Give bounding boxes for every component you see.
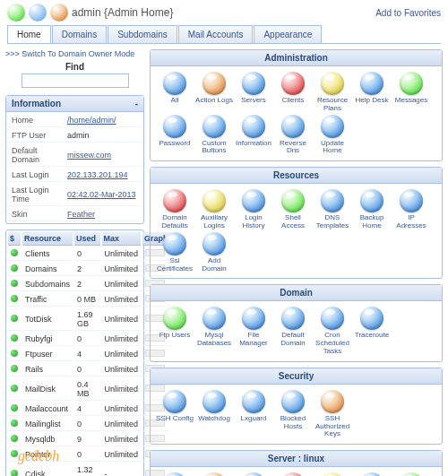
icon-item-reverse-dns[interactable]: Reverse Dns — [274, 115, 312, 156]
info-row: FTP Useradmin — [8, 129, 142, 143]
icon-label: Update Home — [314, 140, 351, 156]
app-icon — [163, 189, 186, 212]
icon-item-ftp-users[interactable]: Ftp Users — [156, 307, 194, 355]
icon-item-file-manager[interactable]: File Manager — [235, 307, 272, 355]
icon-item-ssh-config[interactable]: SSH Config — [156, 390, 194, 438]
icon-item-ssh-authorized-keys[interactable]: SSH Authorized Keys — [314, 390, 351, 438]
tab-domains[interactable]: Domains — [52, 25, 107, 43]
resource-row: Mailinglist0Unlimited — [8, 418, 170, 431]
resource-row: MailDisk0.4 MBUnlimited — [8, 378, 170, 401]
app-icon — [281, 390, 305, 413]
resource-row: Traffic0 MBUnlimited — [8, 293, 170, 307]
info-link[interactable]: /home/admin/ — [67, 116, 116, 125]
info-row: Default Domainmissew.com — [8, 144, 142, 167]
app-icon — [281, 189, 305, 212]
icon-label: Resource Plans — [314, 97, 351, 113]
resource-row: Cdisk1.32 GB- — [8, 463, 170, 476]
app-icon — [202, 390, 226, 413]
info-row: Home/home/admin/ — [8, 114, 142, 127]
icon-item-ip-adresses[interactable]: IP Adresses — [392, 189, 430, 230]
icon-item-action-logs[interactable]: Action Logs — [195, 72, 233, 113]
resource-row: Ftpuser4Unlimited — [8, 348, 170, 361]
icon-item-lxguard[interactable]: Lxguard — [235, 390, 272, 438]
app-icon — [163, 472, 186, 476]
resources-table: $ResourceUsedMaxGraphClients0UnlimitedDo… — [6, 230, 172, 476]
icon-item-shell-access[interactable]: Shell Access — [274, 189, 312, 230]
icon-item-login-history[interactable]: Login History — [235, 189, 272, 230]
info-row: Last Login202.133.201.194 — [8, 169, 142, 182]
icon-item-item[interactable] — [156, 472, 194, 476]
icon-item-item[interactable] — [392, 472, 430, 476]
status-dot — [11, 334, 18, 342]
app-icon — [281, 115, 305, 138]
app-icon — [242, 189, 265, 212]
tab-subdomains[interactable]: Subdomains — [108, 25, 177, 43]
icon-item-information[interactable]: Information — [235, 115, 272, 156]
icon-item-auxiliary-logins[interactable]: Auxiliary Logins — [195, 189, 233, 230]
icon-item-item[interactable] — [274, 472, 312, 476]
app-icon — [242, 115, 265, 138]
info-link[interactable]: 02:42.02-Mar-2013 — [67, 190, 136, 199]
icon-item-clients[interactable]: Clients — [274, 72, 312, 113]
icon-label: Backup Home — [353, 214, 391, 230]
icon-label: Ssl Certificates — [156, 257, 194, 273]
icon-item-custom-buttons[interactable]: Custom Buttons — [195, 115, 233, 156]
icon-label: Add Domain — [195, 257, 233, 273]
icon-item-backup-home[interactable]: Backup Home — [353, 189, 391, 230]
app-icon — [281, 72, 305, 95]
info-link[interactable]: 202.133.201.194 — [67, 170, 128, 179]
status-dot — [11, 280, 18, 287]
tab-mail-accounts[interactable]: Mail Accounts — [178, 25, 254, 43]
icon-item-watchdog[interactable]: Watchdog — [195, 390, 233, 438]
icon-item-resource-plans[interactable]: Resource Plans — [314, 72, 351, 113]
app-icon — [360, 189, 383, 212]
icon-item-traceroute[interactable]: Traceroute — [353, 307, 391, 355]
icon-item-update-home[interactable]: Update Home — [314, 115, 351, 156]
tab-home[interactable]: Home — [7, 25, 51, 43]
icon-item-mysql-databases[interactable]: Mysql Databases — [195, 307, 233, 355]
find-input[interactable] — [22, 74, 129, 88]
icon-item-item[interactable] — [314, 472, 351, 476]
icon-label: Lxguard — [235, 415, 272, 423]
icon-label: Login History — [235, 214, 272, 230]
info-link[interactable]: Feather — [67, 210, 95, 219]
icon-label: Custom Buttons — [195, 140, 233, 156]
status-dot — [11, 365, 18, 372]
icon-item-add-domain[interactable]: Add Domain — [195, 232, 233, 273]
icon-item-item[interactable] — [195, 472, 233, 476]
icon-item-password[interactable]: Password — [156, 115, 194, 156]
app-icon — [360, 472, 383, 476]
icon-item-messages[interactable]: Messages — [392, 72, 430, 113]
icon-label: Information — [235, 140, 272, 148]
icon-label: IP Adresses — [392, 214, 430, 230]
tab-appearance[interactable]: Appearance — [254, 25, 322, 43]
icon-label: Shell Access — [274, 214, 312, 230]
app-icon — [163, 72, 186, 95]
resource-row: Domains2Unlimited — [8, 263, 170, 276]
icon-label: Messages — [392, 97, 430, 105]
section-header: Server : linux — [151, 451, 442, 467]
icon-item-item[interactable] — [235, 472, 272, 476]
add-favorites-link[interactable]: Add to Favorites — [375, 8, 441, 18]
resource-row: TotDisk1.69 GBUnlimited — [8, 308, 170, 331]
info-link[interactable]: missew.com — [67, 151, 111, 160]
icon-item-servers[interactable]: Servers — [235, 72, 272, 113]
icon-item-domain-defaults[interactable]: Domain Defaults — [156, 189, 194, 230]
status-dot — [11, 249, 18, 256]
icon-item-item[interactable] — [353, 472, 391, 476]
icon-item-all[interactable]: All — [156, 72, 194, 113]
switch-mode-link[interactable]: >>> Switch To Domain Owner Mode — [5, 49, 144, 58]
status-dot — [11, 264, 18, 272]
status-dot — [11, 315, 18, 322]
icon-item-ssl-certificates[interactable]: Ssl Certificates — [156, 232, 194, 273]
icon-item-help-desk[interactable]: Help Desk — [353, 72, 391, 113]
icon-item-dns-templates[interactable]: DNS Templates — [314, 189, 351, 230]
header-left: admin {Admin Home} — [7, 4, 173, 22]
icon-label: Auxiliary Logins — [195, 214, 233, 230]
icon-item-cron-scheduled-tasks[interactable]: Cron Scheduled Tasks — [314, 307, 351, 355]
app-icon — [202, 189, 226, 212]
icon-item-default-domain[interactable]: Default Domain — [274, 307, 312, 355]
icon-item-blocked-hosts[interactable]: Blocked Hosts — [274, 390, 312, 438]
app-icon — [281, 472, 305, 476]
app-icon — [202, 472, 226, 476]
